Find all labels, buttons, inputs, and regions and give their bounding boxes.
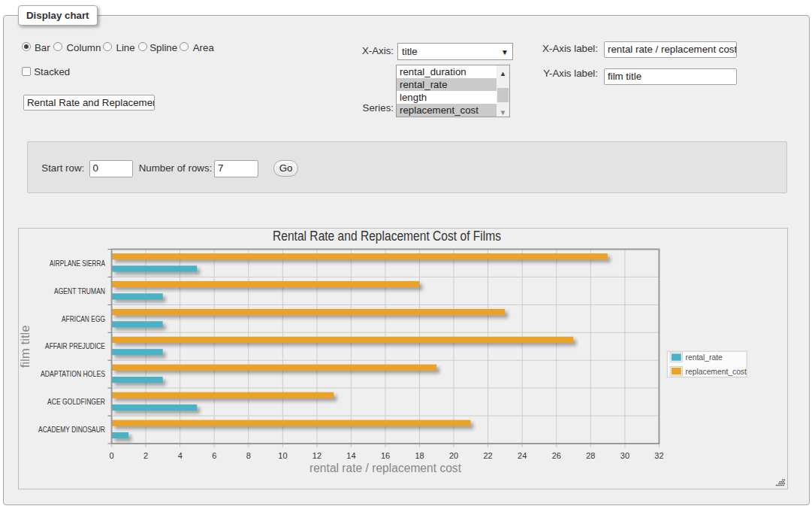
svg-text:30: 30 [620,451,629,460]
svg-text:AFFAIR PREJUDICE: AFFAIR PREJUDICE [45,342,105,350]
svg-text:replacement_cost: replacement_cost [686,368,747,376]
svg-text:Rental Rate and Replacement Co: Rental Rate and Replacement Cost of Film… [273,229,501,244]
svg-text:24: 24 [518,451,527,460]
svg-text:AIRPLANE SIERRA: AIRPLANE SIERRA [50,259,105,268]
svg-text:12: 12 [312,451,321,460]
svg-text:22: 22 [483,451,492,460]
svg-text:8: 8 [246,451,251,460]
svg-text:AGENT TRUMAN: AGENT TRUMAN [54,287,105,295]
svg-text:ACADEMY DINOSAUR: ACADEMY DINOSAUR [38,426,105,434]
svg-text:28: 28 [586,451,595,460]
svg-text:16: 16 [381,451,390,460]
svg-text:AFRICAN EGG: AFRICAN EGG [62,315,105,323]
svg-text:4: 4 [178,451,183,460]
svg-text:ADAPTATION HOLES: ADAPTATION HOLES [41,370,105,378]
svg-text:14: 14 [346,451,355,460]
svg-text:20: 20 [449,451,458,460]
svg-text:18: 18 [415,451,424,460]
svg-text:film title: film title [19,325,32,368]
svg-text:10: 10 [278,451,287,460]
svg-text:2: 2 [143,451,148,460]
svg-text:6: 6 [212,451,216,460]
svg-text:0: 0 [110,451,114,460]
svg-text:rental_rate: rental_rate [686,353,723,362]
svg-text:32: 32 [654,451,663,460]
svg-text:rental rate / replacement cost: rental rate / replacement cost [309,462,462,474]
svg-text:ACE GOLDFINGER: ACE GOLDFINGER [47,398,105,406]
svg-text:26: 26 [552,451,561,460]
